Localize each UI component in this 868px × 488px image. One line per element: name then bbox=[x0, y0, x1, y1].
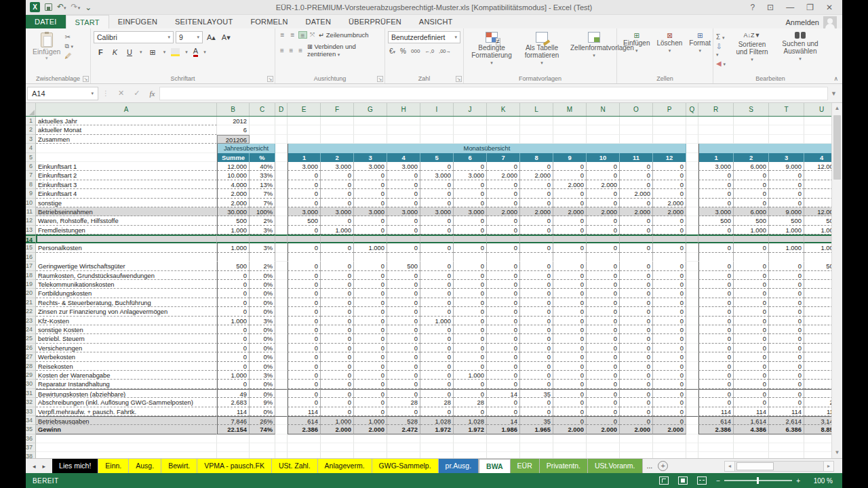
cell-percent[interactable]: 26% bbox=[250, 416, 275, 425]
cell-month[interactable]: 0 bbox=[387, 243, 420, 252]
cell-month[interactable]: 0 bbox=[321, 407, 354, 416]
cell[interactable] bbox=[520, 117, 553, 125]
cell-month[interactable]: 0 bbox=[454, 271, 487, 280]
cell-month[interactable]: 0 bbox=[321, 171, 354, 180]
cell-month[interactable]: 2.000 bbox=[653, 207, 686, 216]
cell[interactable] bbox=[275, 371, 288, 380]
cell[interactable] bbox=[288, 452, 321, 458]
cell[interactable] bbox=[653, 235, 686, 243]
cell-quarter[interactable]: 0 bbox=[698, 398, 734, 407]
cell[interactable] bbox=[553, 125, 587, 134]
cell-month[interactable]: 0 bbox=[420, 199, 454, 207]
qat-customize-button[interactable]: ⌄ bbox=[85, 3, 92, 12]
collapse-ribbon-button[interactable]: ∧ bbox=[833, 75, 838, 82]
cell[interactable] bbox=[686, 380, 698, 388]
cell-month[interactable]: 0 bbox=[587, 171, 620, 180]
cell[interactable] bbox=[250, 434, 275, 443]
cell[interactable] bbox=[686, 216, 698, 225]
cell-quarter[interactable]: 0 bbox=[734, 289, 769, 298]
cell-label[interactable] bbox=[36, 253, 217, 262]
cell-month[interactable]: 0 bbox=[653, 271, 686, 280]
cell-month[interactable]: 0 bbox=[288, 180, 321, 189]
cell-month[interactable]: 0 bbox=[520, 180, 553, 189]
font-name-select[interactable]: Calibri▾ bbox=[94, 31, 174, 43]
row-header-35[interactable]: 35 bbox=[26, 425, 36, 434]
cell[interactable] bbox=[354, 117, 387, 125]
cell[interactable] bbox=[620, 117, 653, 125]
cell-month[interactable]: 0 bbox=[487, 334, 520, 343]
row-header-20[interactable]: 20 bbox=[26, 289, 36, 298]
cell-quarter[interactable]: 500 bbox=[769, 216, 804, 225]
cell-quarter[interactable]: 0 bbox=[769, 171, 804, 180]
cell[interactable] bbox=[734, 135, 769, 144]
align-middle-icon[interactable]: ≡ bbox=[288, 31, 297, 39]
cell-month[interactable]: 0 bbox=[420, 380, 454, 388]
name-box[interactable]: A14▾ bbox=[27, 87, 98, 100]
cell-quarter[interactable]: 0 bbox=[804, 371, 831, 380]
number-dialog-launcher[interactable]: ↘ bbox=[456, 76, 462, 82]
sheet-tab-bewirt-[interactable]: Bewirt. bbox=[161, 459, 197, 473]
cell-month[interactable]: 0 bbox=[288, 280, 321, 289]
column-header-A[interactable]: A bbox=[36, 103, 217, 116]
cell-month[interactable]: 0 bbox=[454, 407, 487, 416]
spreadsheet-grid[interactable]: ABCDEFGHIJKLMNOPQRSTU1aktuelles Jahr2012… bbox=[26, 103, 831, 458]
cell-month[interactable]: 0 bbox=[288, 389, 321, 398]
cell-month[interactable]: 0 bbox=[520, 280, 553, 289]
cell-percent[interactable]: 0% bbox=[250, 362, 275, 371]
cell-month[interactable]: 0 bbox=[321, 180, 354, 189]
cell-month[interactable]: 1.000 bbox=[321, 226, 354, 235]
cell-month[interactable]: 0 bbox=[454, 389, 487, 398]
cell-percent[interactable]: 0% bbox=[250, 334, 275, 343]
wrap-text-button[interactable]: ↵ Zeilenumbruch bbox=[317, 31, 368, 39]
cell-quarter[interactable]: 0 bbox=[769, 380, 804, 388]
cell[interactable] bbox=[698, 452, 734, 458]
cell-month[interactable]: 0 bbox=[653, 162, 686, 171]
cell-label[interactable]: betriebl. Steuern bbox=[36, 334, 217, 343]
cell-summe[interactable]: 0 bbox=[217, 271, 250, 280]
cell-quarter[interactable]: 0 bbox=[804, 307, 831, 316]
cell[interactable] bbox=[354, 443, 387, 452]
cell-label[interactable]: aktueller Monat bbox=[36, 125, 217, 134]
cell[interactable] bbox=[275, 317, 288, 325]
cell[interactable] bbox=[321, 235, 354, 243]
cell-label[interactable]: Werbekosten bbox=[36, 352, 217, 361]
cell[interactable] bbox=[454, 434, 487, 443]
tab-datei[interactable]: DATEI bbox=[26, 15, 66, 28]
cell-quarter[interactable]: 0 bbox=[698, 389, 734, 398]
row-header-30[interactable]: 30 bbox=[26, 380, 36, 388]
cell-month[interactable]: 0 bbox=[653, 380, 686, 388]
row-header-10[interactable]: 10 bbox=[26, 199, 36, 207]
cell-month[interactable]: 0 bbox=[420, 280, 454, 289]
cell[interactable] bbox=[686, 398, 698, 407]
cell-month[interactable] bbox=[520, 253, 553, 262]
cell[interactable] bbox=[275, 117, 288, 125]
cell[interactable] bbox=[587, 235, 620, 243]
cell-quarter[interactable]: 0 bbox=[769, 180, 804, 189]
cell[interactable] bbox=[217, 443, 250, 452]
cell-month[interactable]: 0 bbox=[620, 416, 653, 425]
cell[interactable] bbox=[520, 135, 553, 144]
cell-month[interactable]: 0 bbox=[653, 171, 686, 180]
cell-month[interactable] bbox=[454, 253, 487, 262]
row-header-31[interactable]: 31 bbox=[26, 389, 36, 398]
cell[interactable] bbox=[288, 135, 321, 144]
cell-month[interactable]: 0 bbox=[420, 307, 454, 316]
cell-quarter[interactable]: 0 bbox=[734, 352, 769, 361]
cell[interactable] bbox=[686, 171, 698, 180]
cell-month[interactable]: 0 bbox=[354, 389, 387, 398]
cell[interactable] bbox=[686, 362, 698, 371]
cell[interactable] bbox=[804, 125, 831, 134]
cell-month[interactable]: 0 bbox=[520, 362, 553, 371]
cell-month[interactable]: 0 bbox=[454, 352, 487, 361]
cell[interactable] bbox=[686, 317, 698, 325]
cell-label[interactable]: Zusammen bbox=[36, 135, 217, 144]
cell[interactable] bbox=[420, 117, 454, 125]
cell-month[interactable] bbox=[587, 253, 620, 262]
cell-month[interactable]: 0 bbox=[653, 389, 686, 398]
cell-quarter[interactable]: 0 bbox=[734, 243, 769, 252]
cell-percent[interactable]: 7% bbox=[250, 199, 275, 207]
cell[interactable] bbox=[275, 344, 288, 352]
cell-month[interactable]: 0 bbox=[520, 189, 553, 198]
cell-month[interactable]: 0 bbox=[354, 226, 387, 235]
cell-label[interactable]: aktuelles Jahr bbox=[36, 117, 217, 125]
